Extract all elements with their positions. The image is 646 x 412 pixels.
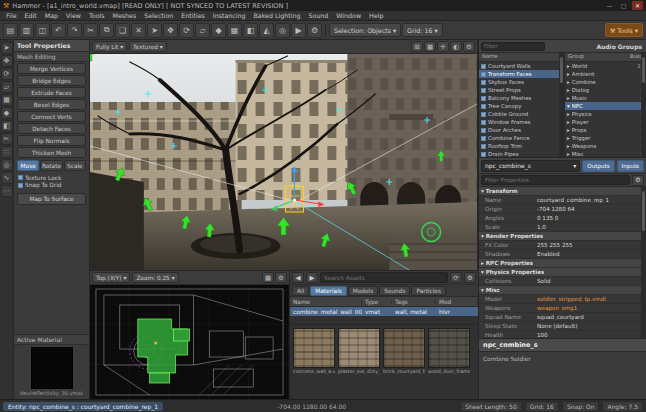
asset-thumbnail[interactable]: concrete_wall_a.vmat [293, 328, 335, 396]
transform-mode-button[interactable]: Move [17, 160, 39, 171]
selection-mode-dropdown[interactable]: Selection: Objects ▾ [329, 23, 401, 37]
paint-tool-icon[interactable]: ◧ [243, 23, 258, 38]
property-row[interactable]: Collisions Solid [479, 277, 646, 286]
block-tool-icon[interactable]: ▦ [227, 23, 242, 38]
tool-property-button[interactable]: Merge Vertices [17, 63, 86, 74]
status-cell[interactable]: Angle: 7.5 [602, 401, 643, 412]
vp-settings-icon[interactable]: ⚙ [463, 41, 475, 52]
viewport-3d[interactable] [90, 54, 477, 270]
audio-group-row[interactable]: ▸ Music 0 [565, 94, 646, 102]
viewport-shading-dropdown[interactable]: Fully Lit ▾ [92, 41, 127, 52]
status-cell[interactable]: Grid: 16 [525, 401, 559, 412]
entity-class-combo[interactable]: npc_combine_s ▾ [481, 160, 580, 172]
property-value[interactable]: 100 [537, 332, 646, 338]
property-value[interactable]: courtyard_combine_rep_1 [537, 197, 646, 203]
active-material-swatch[interactable] [31, 347, 73, 389]
vp-grid-icon[interactable]: ▦ [424, 41, 436, 52]
outliner-row[interactable]: Drain Pipes [479, 150, 564, 157]
tool-option-row[interactable]: Texture Lock [18, 175, 85, 181]
outliner-scrollbar[interactable] [559, 53, 564, 157]
new-file-icon[interactable]: ▤ [3, 23, 18, 38]
fold-icon[interactable]: ▸ [567, 71, 570, 77]
viewport-2d-dropdown[interactable]: Zoom: 0.25 ▾ [132, 272, 178, 283]
visibility-checkbox[interactable] [481, 120, 486, 125]
audio-group-row[interactable]: ▸ Physics 0 [565, 110, 646, 118]
visibility-checkbox[interactable] [481, 136, 486, 141]
asset-search-input[interactable] [320, 272, 448, 283]
move-tool-icon[interactable]: ✥ [163, 23, 178, 38]
property-row[interactable]: Weapons weapon_smg1 [479, 304, 646, 313]
outliner-row[interactable]: Tree Canopy [479, 102, 564, 110]
vp-shade-icon[interactable]: ◐ [450, 41, 462, 52]
column-type[interactable]: Type [362, 299, 392, 305]
rail-block-icon[interactable]: ▦ [1, 94, 13, 106]
close-button[interactable]: ✕ [632, 1, 643, 10]
maximize-button[interactable]: ▢ [618, 1, 629, 10]
property-value[interactable]: weapon_smg1 [537, 305, 646, 311]
fold-icon[interactable]: ▸ [567, 127, 570, 133]
visibility-checkbox[interactable] [481, 64, 486, 69]
copy-icon[interactable]: ⧉ [99, 23, 114, 38]
scale-tool-icon[interactable]: ▱ [195, 23, 210, 38]
audio-group-row[interactable]: ▸ Ambient 0 [565, 70, 646, 78]
properties-scrollbar[interactable] [641, 187, 646, 338]
audio-group-row[interactable]: ▸ World 14 [565, 62, 646, 70]
outliner-row[interactable]: Skybox Faces [479, 78, 564, 86]
asset-refresh-icon[interactable]: ⟳ [450, 272, 462, 283]
vp-snap-icon[interactable]: ✛ [437, 41, 449, 52]
property-value[interactable]: 0 135 0 [537, 215, 646, 221]
outliner-search-input[interactable] [481, 42, 545, 51]
fold-icon[interactable]: ▸ [567, 143, 570, 149]
minimize-button[interactable]: — [604, 1, 615, 10]
outliner-row[interactable]: Courtyard Walls [479, 62, 564, 70]
property-row[interactable]: Angles 0 135 0 [479, 214, 646, 223]
visibility-checkbox[interactable] [481, 80, 486, 85]
rail-entity-icon[interactable]: ◆ [1, 107, 13, 119]
property-row[interactable]: ▾ Misc [479, 286, 646, 295]
asset-thumbnail[interactable]: plaster_ext_dirty_c.vmat [338, 328, 380, 396]
delete-icon[interactable]: ✕ [131, 23, 146, 38]
property-value[interactable]: 1.0 [537, 224, 646, 230]
redo-icon[interactable]: ↷ [67, 23, 82, 38]
camera-tool-icon[interactable]: ◎ [275, 23, 290, 38]
viewport-shading-dropdown[interactable]: Textured ▾ [129, 41, 167, 52]
visibility-checkbox[interactable] [481, 112, 486, 117]
menu-item[interactable]: File [2, 12, 21, 19]
asset-filter-tab[interactable]: Sounds [379, 286, 410, 296]
property-row[interactable]: Scale 1.0 [479, 223, 646, 232]
audio-group-row[interactable]: ▸ Props 0 [565, 126, 646, 134]
property-row[interactable]: Sleep State None (default) [479, 322, 646, 331]
tool-property-button[interactable]: Extrude Faces [17, 87, 86, 98]
visibility-checkbox[interactable] [481, 128, 486, 133]
open-file-icon[interactable]: ▥ [19, 23, 34, 38]
rail-select-icon[interactable]: ➤ [1, 42, 13, 54]
io-button[interactable]: Inputs [617, 160, 644, 172]
menu-item[interactable]: Tools [85, 12, 109, 19]
outliner-row[interactable]: Combine Fence [479, 134, 564, 142]
cut-icon[interactable]: ✂ [83, 23, 98, 38]
outliner-row[interactable]: Door Arches [479, 126, 564, 134]
property-row[interactable]: Origin -704 1280 64 [479, 205, 646, 214]
tool-property-button[interactable]: Connect Verts [17, 111, 86, 122]
audio-group-row[interactable]: ▸ Combine 0 [565, 78, 646, 86]
asset-filter-tab[interactable]: Materials [310, 286, 347, 296]
menu-item[interactable]: Instancing [209, 12, 250, 19]
property-row[interactable]: ▾ Physics Properties [479, 268, 646, 277]
asset-list-row[interactable]: combine_metal_wall_001 vmat wall, metal … [290, 307, 478, 316]
fold-icon[interactable]: ▸ [567, 135, 570, 141]
checkbox[interactable] [18, 183, 23, 188]
vp2d-settings-icon[interactable]: ⚙ [275, 272, 287, 283]
asset-filter-tab[interactable]: Models [348, 286, 378, 296]
outliner-row[interactable]: Balcony Meshes [479, 94, 564, 102]
menu-item[interactable]: Map [41, 12, 62, 19]
checkbox[interactable] [18, 175, 23, 180]
outliner-row[interactable]: Transform Faces [479, 70, 564, 78]
rail-move-icon[interactable]: ✥ [1, 55, 13, 67]
audio-group-row[interactable]: ▸ Player 0 [565, 118, 646, 126]
outliner-row[interactable]: Cobble Ground [479, 110, 564, 118]
visibility-checkbox[interactable] [481, 96, 486, 101]
clip-tool-icon[interactable]: ◭ [259, 23, 274, 38]
rail-more-icon[interactable]: ⋯ [1, 185, 13, 197]
grid-size-dropdown[interactable]: Grid: 16 ▾ [402, 23, 443, 37]
tool-property-button[interactable]: Thicken Mesh [17, 147, 86, 158]
